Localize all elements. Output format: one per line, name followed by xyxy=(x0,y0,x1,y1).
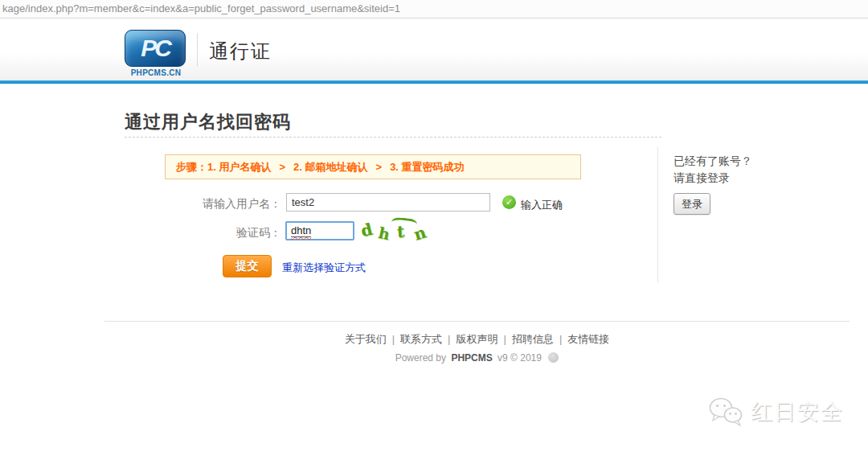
site-header: PC PHPCMS.CN 通行证 xyxy=(0,19,868,80)
phpcms-logo-mark: PC xyxy=(125,30,186,67)
captcha-letter: d xyxy=(358,220,374,241)
phpcms-logo[interactable]: PC PHPCMS.CN xyxy=(125,30,187,77)
captcha-distortion-arc xyxy=(391,217,417,230)
captcha-input-value: dhtn xyxy=(291,225,311,237)
captcha-input[interactable]: dhtn xyxy=(285,221,354,240)
username-label: 请输入用户名： xyxy=(121,197,281,212)
steps-progress-bar: 步骤：1. 用户名确认>2. 邮箱地址确认>3. 重置密码成功 xyxy=(165,154,581,179)
powered-prefix: Powered by xyxy=(395,352,446,364)
footer-link-separator: | xyxy=(392,333,395,345)
have-account-text: 已经有了账号？ xyxy=(674,154,752,169)
footer-link-separator: | xyxy=(559,333,562,345)
step-separator: > xyxy=(376,161,383,173)
footer-link-contact[interactable]: 联系方式 xyxy=(400,333,442,345)
page: kage/index.php?m=member&c=index&a=public… xyxy=(0,0,868,452)
step-separator: > xyxy=(279,161,285,173)
page-title: 通过用户名找回密码 xyxy=(125,110,291,134)
submit-button[interactable]: 提交 xyxy=(223,255,272,277)
wechat-icon xyxy=(707,396,744,428)
username-input[interactable] xyxy=(286,193,490,212)
header-accent-bar xyxy=(0,80,868,84)
footer-divider xyxy=(104,321,850,322)
phpcms-badge-icon xyxy=(548,352,559,363)
step-1: 1. 用户名确认 xyxy=(207,161,271,173)
passport-title: 通行证 xyxy=(209,39,272,64)
footer-link-friends[interactable]: 友情链接 xyxy=(567,333,609,345)
phpcms-logo-domain: PHPCMS.CN xyxy=(125,68,187,77)
watermark-text: 红日安全 xyxy=(751,397,844,426)
browser-address-bar[interactable]: kage/index.php?m=member&c=index&a=public… xyxy=(0,0,868,18)
login-directly-text: 请直接登录 xyxy=(674,171,730,186)
footer-link-copyright[interactable]: 版权声明 xyxy=(457,333,498,345)
footer-link-jobs[interactable]: 招聘信息 xyxy=(512,333,554,345)
step-2: 2. 邮箱地址确认 xyxy=(293,161,367,173)
footer-link-about[interactable]: 关于我们 xyxy=(345,333,387,345)
header-divider xyxy=(197,33,198,67)
watermark: 红日安全 xyxy=(707,396,844,428)
captcha-image[interactable]: d h t n xyxy=(359,217,433,244)
powered-suffix: v9 © 2019 xyxy=(497,352,542,364)
title-separator xyxy=(125,137,661,138)
username-status-text: 输入正确 xyxy=(521,198,563,212)
powered-brand: PHPCMS xyxy=(451,352,492,364)
reselect-verification-link[interactable]: 重新选择验证方式 xyxy=(282,261,366,275)
footer-link-separator: | xyxy=(448,333,450,345)
content-divider xyxy=(657,147,658,282)
footer-nav: 关于我们|联系方式|版权声明|招聘信息|友情链接 xyxy=(104,332,850,347)
powered-by-line: Powered by PHPCMS v9 © 2019 xyxy=(104,352,850,364)
steps-prefix: 步骤： xyxy=(176,161,207,173)
login-button[interactable]: 登录 xyxy=(674,193,710,215)
captcha-letter: h xyxy=(377,224,391,243)
step-3: 3. 重置密码成功 xyxy=(390,161,464,173)
captcha-label: 验证码： xyxy=(121,226,281,240)
footer-link-separator: | xyxy=(504,333,506,345)
success-check-icon: ✓ xyxy=(502,195,516,209)
